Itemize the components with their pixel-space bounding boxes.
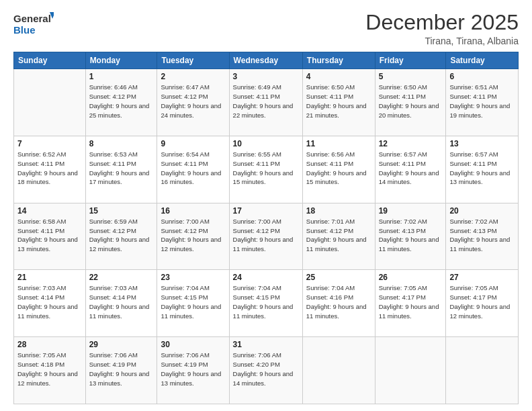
day-number: 4: [306, 72, 371, 81]
svg-text:Blue: Blue: [13, 24, 36, 36]
calendar-cell: 22 Sunrise: 7:03 AMSunset: 4:14 PMDaylig…: [85, 270, 157, 337]
day-number: 10: [233, 139, 299, 148]
calendar-cell: [375, 337, 446, 404]
weekday-header-wednesday: Wednesday: [229, 52, 302, 69]
day-info: Sunrise: 6:46 AMSunset: 4:12 PMDaylight:…: [89, 83, 150, 118]
day-info: Sunrise: 7:02 AMSunset: 4:13 PMDaylight:…: [449, 218, 510, 253]
day-number: 11: [306, 139, 371, 148]
day-info: Sunrise: 7:05 AMSunset: 4:17 PMDaylight:…: [449, 284, 510, 319]
calendar-cell: 18 Sunrise: 7:01 AMSunset: 4:12 PMDaylig…: [302, 203, 375, 270]
day-info: Sunrise: 6:55 AMSunset: 4:11 PMDaylight:…: [233, 150, 294, 185]
day-number: 30: [161, 340, 225, 349]
day-number: 15: [89, 206, 154, 216]
page: General Blue December 2025 Tirana, Tiran…: [0, 0, 532, 411]
day-number: 9: [161, 139, 225, 148]
calendar-cell: 9 Sunrise: 6:54 AMSunset: 4:11 PMDayligh…: [157, 136, 229, 203]
calendar-cell: 8 Sunrise: 6:53 AMSunset: 4:11 PMDayligh…: [85, 136, 157, 203]
day-info: Sunrise: 7:06 AMSunset: 4:20 PMDaylight:…: [233, 351, 294, 386]
day-info: Sunrise: 6:52 AMSunset: 4:11 PMDaylight:…: [17, 150, 78, 185]
logo-svg: General Blue: [13, 11, 54, 40]
day-number: 25: [306, 273, 371, 282]
day-info: Sunrise: 7:04 AMSunset: 4:16 PMDaylight:…: [306, 284, 367, 319]
day-number: 23: [161, 273, 225, 282]
day-info: Sunrise: 6:49 AMSunset: 4:11 PMDaylight:…: [233, 83, 294, 118]
calendar-cell: 25 Sunrise: 7:04 AMSunset: 4:16 PMDaylig…: [302, 270, 375, 337]
subtitle: Tirana, Tirana, Albania: [365, 36, 519, 46]
day-info: Sunrise: 7:06 AMSunset: 4:19 PMDaylight:…: [161, 351, 221, 386]
day-number: 20: [449, 206, 515, 216]
week-row-5: 28 Sunrise: 7:05 AMSunset: 4:18 PMDaylig…: [14, 337, 519, 404]
day-info: Sunrise: 7:02 AMSunset: 4:13 PMDaylight:…: [379, 218, 439, 253]
calendar-cell: 17 Sunrise: 7:00 AMSunset: 4:12 PMDaylig…: [229, 203, 302, 270]
calendar-cell: [14, 69, 86, 136]
day-info: Sunrise: 7:04 AMSunset: 4:15 PMDaylight:…: [233, 284, 294, 319]
week-row-2: 7 Sunrise: 6:52 AMSunset: 4:11 PMDayligh…: [14, 136, 519, 203]
calendar-cell: 15 Sunrise: 6:59 AMSunset: 4:12 PMDaylig…: [85, 203, 157, 270]
day-number: 29: [89, 340, 154, 349]
calendar-cell: 7 Sunrise: 6:52 AMSunset: 4:11 PMDayligh…: [14, 136, 86, 203]
calendar-table: SundayMondayTuesdayWednesdayThursdayFrid…: [13, 52, 519, 404]
calendar-cell: 3 Sunrise: 6:49 AMSunset: 4:11 PMDayligh…: [229, 69, 302, 136]
calendar-body: 1 Sunrise: 6:46 AMSunset: 4:12 PMDayligh…: [14, 69, 519, 404]
day-info: Sunrise: 7:05 AMSunset: 4:17 PMDaylight:…: [379, 284, 439, 319]
svg-text:General: General: [13, 13, 51, 24]
day-info: Sunrise: 7:01 AMSunset: 4:12 PMDaylight:…: [306, 218, 367, 253]
calendar-cell: 16 Sunrise: 7:00 AMSunset: 4:12 PMDaylig…: [157, 203, 229, 270]
day-number: 24: [233, 273, 299, 282]
day-number: 12: [379, 139, 443, 148]
weekday-header-saturday: Saturday: [446, 52, 519, 69]
day-number: 21: [17, 273, 82, 282]
week-row-4: 21 Sunrise: 7:03 AMSunset: 4:14 PMDaylig…: [14, 270, 519, 337]
weekday-header-tuesday: Tuesday: [157, 52, 229, 69]
day-number: 18: [306, 206, 371, 216]
weekday-header-sunday: Sunday: [14, 52, 86, 69]
logo: General Blue: [13, 11, 54, 40]
weekday-header-monday: Monday: [85, 52, 157, 69]
calendar-cell: 12 Sunrise: 6:57 AMSunset: 4:11 PMDaylig…: [375, 136, 446, 203]
day-info: Sunrise: 6:58 AMSunset: 4:11 PMDaylight:…: [17, 218, 78, 253]
day-info: Sunrise: 7:03 AMSunset: 4:14 PMDaylight:…: [89, 284, 150, 319]
calendar-cell: 30 Sunrise: 7:06 AMSunset: 4:19 PMDaylig…: [157, 337, 229, 404]
day-info: Sunrise: 7:00 AMSunset: 4:12 PMDaylight:…: [233, 218, 294, 253]
title-section: December 2025 Tirana, Tirana, Albania: [365, 11, 519, 46]
day-info: Sunrise: 7:04 AMSunset: 4:15 PMDaylight:…: [161, 284, 221, 319]
day-info: Sunrise: 6:54 AMSunset: 4:11 PMDaylight:…: [161, 150, 221, 185]
day-number: 22: [89, 273, 154, 282]
day-info: Sunrise: 7:00 AMSunset: 4:12 PMDaylight:…: [161, 218, 221, 253]
day-number: 17: [233, 206, 299, 216]
day-number: 19: [379, 206, 443, 216]
day-number: 6: [449, 72, 515, 81]
day-info: Sunrise: 6:57 AMSunset: 4:11 PMDaylight:…: [379, 150, 439, 185]
calendar-cell: 21 Sunrise: 7:03 AMSunset: 4:14 PMDaylig…: [14, 270, 86, 337]
day-info: Sunrise: 6:59 AMSunset: 4:12 PMDaylight:…: [89, 218, 150, 253]
calendar-cell: 31 Sunrise: 7:06 AMSunset: 4:20 PMDaylig…: [229, 337, 302, 404]
day-number: 31: [233, 340, 299, 349]
weekday-header-friday: Friday: [375, 52, 446, 69]
day-number: 8: [89, 139, 154, 148]
day-info: Sunrise: 6:47 AMSunset: 4:12 PMDaylight:…: [161, 83, 221, 118]
day-info: Sunrise: 6:50 AMSunset: 4:11 PMDaylight:…: [379, 83, 439, 118]
day-info: Sunrise: 7:05 AMSunset: 4:18 PMDaylight:…: [17, 351, 78, 386]
day-number: 26: [379, 273, 443, 282]
calendar-cell: 1 Sunrise: 6:46 AMSunset: 4:12 PMDayligh…: [85, 69, 157, 136]
calendar-cell: 4 Sunrise: 6:50 AMSunset: 4:11 PMDayligh…: [302, 69, 375, 136]
calendar-cell: 20 Sunrise: 7:02 AMSunset: 4:13 PMDaylig…: [446, 203, 519, 270]
calendar-cell: [302, 337, 375, 404]
weekday-header-row: SundayMondayTuesdayWednesdayThursdayFrid…: [14, 52, 519, 69]
calendar-cell: 13 Sunrise: 6:57 AMSunset: 4:11 PMDaylig…: [446, 136, 519, 203]
calendar-cell: 26 Sunrise: 7:05 AMSunset: 4:17 PMDaylig…: [375, 270, 446, 337]
calendar-cell: [446, 337, 519, 404]
day-info: Sunrise: 6:51 AMSunset: 4:11 PMDaylight:…: [449, 83, 510, 118]
day-number: 16: [161, 206, 225, 216]
day-number: 28: [17, 340, 82, 349]
day-number: 1: [89, 72, 154, 81]
day-number: 2: [161, 72, 225, 81]
calendar-cell: 28 Sunrise: 7:05 AMSunset: 4:18 PMDaylig…: [14, 337, 86, 404]
calendar-cell: 2 Sunrise: 6:47 AMSunset: 4:12 PMDayligh…: [157, 69, 229, 136]
weekday-header-thursday: Thursday: [302, 52, 375, 69]
day-number: 14: [17, 206, 82, 216]
day-info: Sunrise: 6:57 AMSunset: 4:11 PMDaylight:…: [449, 150, 510, 185]
day-number: 5: [379, 72, 443, 81]
day-info: Sunrise: 7:03 AMSunset: 4:14 PMDaylight:…: [17, 284, 78, 319]
day-number: 7: [17, 139, 82, 148]
